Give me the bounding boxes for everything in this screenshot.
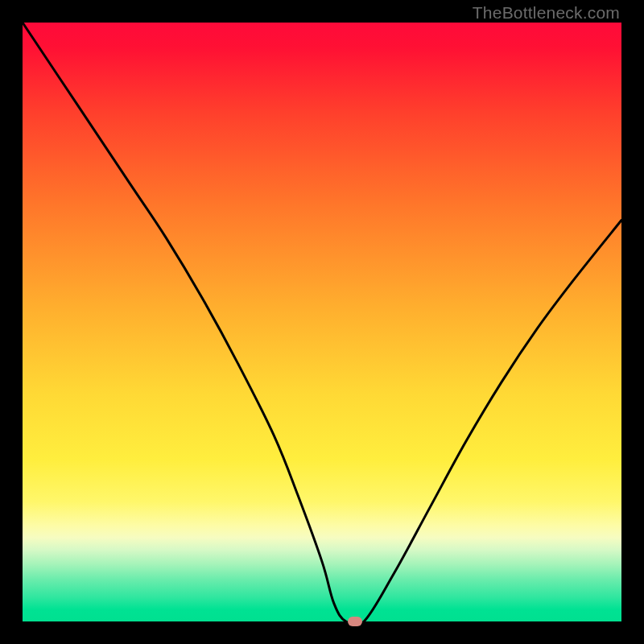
optimal-marker <box>348 617 362 626</box>
watermark-text: TheBottleneck.com <box>473 3 620 23</box>
bottleneck-curve <box>23 23 621 621</box>
plot-area <box>23 23 621 621</box>
chart-container: TheBottleneck.com <box>0 0 644 644</box>
